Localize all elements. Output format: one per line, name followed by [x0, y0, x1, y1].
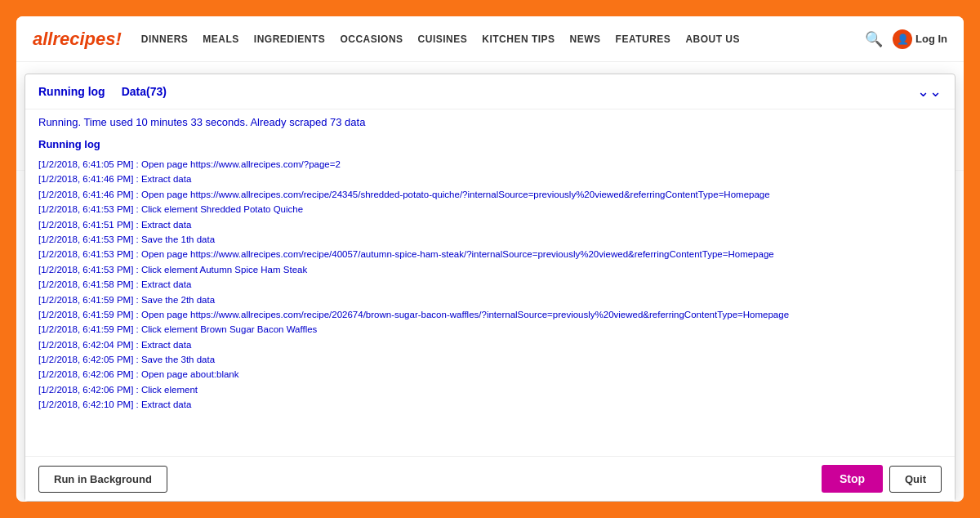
user-icon: 👤 — [893, 29, 912, 49]
nav-features[interactable]: FEATURES — [616, 33, 671, 45]
nav-about-us[interactable]: ABOUT US — [685, 33, 740, 45]
log-line: [1/2/2018, 6:42:06 PM] : Click element — [38, 382, 942, 397]
log-line: [1/2/2018, 6:41:58 PM] : Extract data — [38, 277, 942, 292]
modal-overlay: Running log Data(73) ⌄⌄ Running. Time us… — [16, 65, 964, 502]
quit-button[interactable]: Quit — [889, 466, 942, 493]
search-button[interactable]: 🔍 — [865, 30, 883, 48]
log-line: [1/2/2018, 6:41:05 PM] : Open page https… — [38, 157, 942, 172]
log-line: [1/2/2018, 6:41:59 PM] : Open page https… — [38, 307, 942, 322]
log-container: [1/2/2018, 6:41:05 PM] : Open page https… — [38, 157, 942, 413]
nav-cuisines[interactable]: CUISINES — [418, 33, 468, 45]
tab-running-log[interactable]: Running log — [38, 85, 105, 98]
modal-footer: Run in Background Stop Quit — [25, 456, 955, 501]
collapse-button[interactable]: ⌄⌄ — [917, 83, 942, 100]
nav-news[interactable]: NEWS — [570, 33, 601, 45]
log-line: [1/2/2018, 6:41:59 PM] : Save the 2th da… — [38, 292, 942, 307]
modal-body[interactable]: Running log [1/2/2018, 6:41:05 PM] : Ope… — [25, 135, 955, 456]
log-line: [1/2/2018, 6:42:10 PM] : Extract data — [38, 397, 942, 412]
scraper-modal: Running log Data(73) ⌄⌄ Running. Time us… — [24, 74, 956, 502]
nav-bar: allrecipes! DINNERS MEALS INGREDIENTS OC… — [16, 16, 964, 62]
login-button[interactable]: 👤 Log In — [893, 29, 947, 49]
log-line: [1/2/2018, 6:41:51 PM] : Extract data — [38, 217, 942, 232]
log-line: [1/2/2018, 6:41:53 PM] : Click element S… — [38, 202, 942, 217]
nav-occasions[interactable]: OCCASIONS — [340, 33, 403, 45]
tab-data[interactable]: Data(73) — [122, 85, 167, 98]
nav-kitchen-tips[interactable]: KITCHEN TIPS — [482, 33, 555, 45]
log-line: [1/2/2018, 6:41:53 PM] : Open page https… — [38, 247, 942, 261]
running-log-title: Running log — [38, 138, 942, 150]
log-line: [1/2/2018, 6:41:53 PM] : Click element A… — [38, 262, 942, 277]
log-line: [1/2/2018, 6:41:46 PM] : Open page https… — [38, 187, 942, 202]
nav-meals[interactable]: MEALS — [203, 33, 239, 45]
nav-links: DINNERS MEALS INGREDIENTS OCCASIONS CUIS… — [141, 33, 865, 45]
log-line: [1/2/2018, 6:41:53 PM] : Save the 1th da… — [38, 232, 942, 247]
site-logo[interactable]: allrecipes! — [33, 29, 122, 50]
nav-dinners[interactable]: DINNERS — [141, 33, 189, 45]
status-text: Running. Time used 10 minutes 33 seconds… — [25, 109, 955, 135]
modal-header: Running log Data(73) ⌄⌄ — [25, 74, 955, 109]
nav-ingredients[interactable]: INGREDIENTS — [254, 33, 326, 45]
log-line: [1/2/2018, 6:41:46 PM] : Extract data — [38, 172, 942, 186]
log-line: [1/2/2018, 6:42:06 PM] : Open page about… — [38, 367, 942, 382]
log-line: [1/2/2018, 6:41:59 PM] : Click element B… — [38, 322, 942, 337]
run-in-background-button[interactable]: Run in Background — [38, 466, 167, 493]
stop-button[interactable]: Stop — [822, 465, 883, 493]
nav-actions: 🔍 👤 Log In — [865, 29, 947, 49]
log-line: [1/2/2018, 6:42:04 PM] : Extract data — [38, 337, 942, 352]
log-line: [1/2/2018, 6:42:05 PM] : Save the 3th da… — [38, 352, 942, 367]
